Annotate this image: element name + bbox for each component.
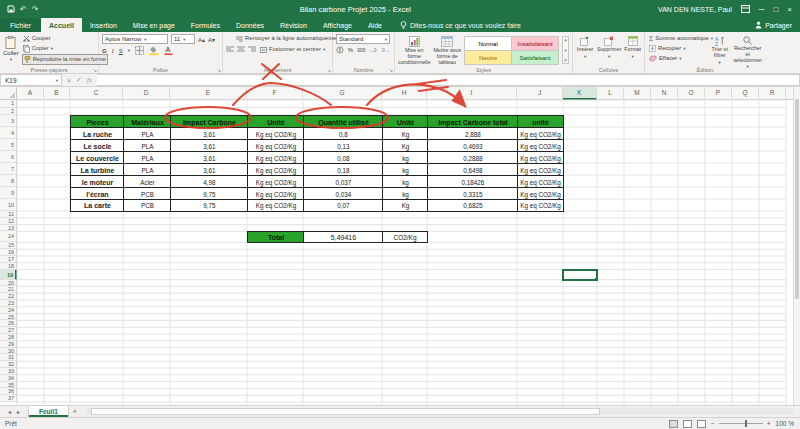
fill-button[interactable]: Recopier ▾	[648, 44, 706, 53]
alignment-dialog-launcher[interactable]: ↘	[327, 67, 331, 73]
cut-button[interactable]: Couper	[22, 34, 108, 43]
row-header-19[interactable]: 19	[0, 270, 17, 280]
wrap-text-button[interactable]: Renvoyer à la ligne automatiquement	[235, 34, 342, 43]
shrink-font-button[interactable]: A▾	[208, 36, 215, 43]
next-sheet-icon[interactable]: ▸	[17, 408, 20, 415]
row-header-24[interactable]: 24	[0, 307, 17, 314]
row-header-4[interactable]: 4	[0, 127, 17, 139]
name-box[interactable]: K19 ▾	[0, 74, 62, 86]
increase-decimal-icon[interactable]: ←0	[369, 47, 378, 54]
table-cell-r7c4[interactable]: Kg eq CO2/Kg	[247, 199, 304, 212]
format-as-table-button[interactable]: Mettre sous forme de tableau	[433, 34, 461, 65]
row-header-32[interactable]: 32	[0, 361, 17, 368]
ribbon-display-options-icon[interactable]	[741, 5, 750, 13]
font-size-combo[interactable]: 11 ▾	[171, 34, 195, 44]
undo-icon[interactable]: ↶	[20, 5, 27, 14]
active-cell-K19[interactable]	[562, 269, 598, 281]
tab-révision[interactable]: Révision	[272, 18, 315, 32]
row-header-6[interactable]: 6	[0, 151, 17, 163]
table-cell-r7c8[interactable]: Kg eq CO2/Kg	[517, 199, 564, 212]
formula-input[interactable]	[97, 74, 800, 86]
row-header-25[interactable]: 25	[0, 314, 17, 321]
number-dialog-launcher[interactable]: ↘	[389, 67, 393, 73]
decrease-decimal-icon[interactable]: 0→	[382, 47, 391, 54]
column-header-R[interactable]: R	[759, 87, 786, 100]
styles-gallery-scroll[interactable]: ▴▾≡	[562, 36, 569, 64]
conditional-formatting-button[interactable]: Mise en forme conditionnelle	[398, 34, 430, 65]
grow-font-button[interactable]: A▴	[198, 36, 205, 43]
underline-button[interactable]: S	[119, 48, 123, 54]
copy-button[interactable]: Copier ▾	[22, 44, 108, 53]
row-header-2[interactable]: 2	[0, 108, 17, 116]
insert-function-icon[interactable]: fx	[87, 76, 92, 84]
column-header-O[interactable]: O	[678, 87, 705, 100]
thousands-format-button[interactable]: 000	[357, 47, 365, 53]
format-painter-button[interactable]: Reproduire la mise en forme	[22, 54, 108, 65]
gallery-more-icon[interactable]: ≡	[564, 58, 567, 63]
select-all-corner[interactable]	[0, 87, 17, 100]
row-header-15[interactable]: 15	[0, 242, 17, 249]
normal-view-icon[interactable]	[669, 420, 678, 428]
column-header-D[interactable]: D	[123, 87, 170, 100]
fill-color-icon[interactable]	[149, 46, 159, 55]
table-cell-r7c7[interactable]: 0,6825	[427, 199, 518, 212]
row-header-31[interactable]: 31	[0, 354, 17, 361]
row-header-13[interactable]: 13	[0, 225, 17, 232]
row-header-12[interactable]: 12	[0, 218, 17, 225]
merge-center-button[interactable]: Fusionner et centrer ▾	[259, 45, 326, 54]
tab-insertion[interactable]: Insertion	[82, 18, 125, 32]
row-header-3[interactable]: 3	[0, 115, 17, 127]
table-cell-r7c6[interactable]: Kg	[382, 199, 428, 212]
column-header-F[interactable]: F	[247, 87, 303, 100]
delete-cells-button[interactable]: Supprimer ▾	[597, 34, 621, 60]
clear-button[interactable]: Effacer ▾	[648, 54, 706, 63]
table-cell-r7c1[interactable]: La carte	[70, 199, 124, 212]
sort-filter-button[interactable]: AZ Trier et filtrer ▾	[709, 34, 730, 65]
tab-données[interactable]: Données	[228, 18, 272, 32]
row-header-36[interactable]: 36	[0, 388, 17, 395]
tab-affichage[interactable]: Affichage	[315, 18, 360, 32]
horizontal-scrollbar[interactable]	[87, 408, 794, 415]
page-layout-view-icon[interactable]	[683, 420, 692, 428]
row-header-35[interactable]: 35	[0, 382, 17, 389]
column-header-G[interactable]: G	[303, 87, 382, 100]
row-header-5[interactable]: 5	[0, 139, 17, 151]
column-header-P[interactable]: P	[705, 87, 732, 100]
row-header-18[interactable]: 18	[0, 263, 17, 270]
column-header-L[interactable]: L	[597, 87, 624, 100]
tab-accueil[interactable]: Accueil	[41, 18, 82, 32]
bold-button[interactable]: G	[102, 48, 107, 54]
align-left-icon[interactable]	[226, 46, 234, 53]
total-label-cell[interactable]: Total	[247, 231, 304, 243]
redo-icon[interactable]: ↷	[32, 5, 39, 14]
font-color-icon[interactable]: A	[164, 46, 173, 55]
font-dialog-launcher[interactable]: ↘	[217, 67, 221, 73]
column-header-H[interactable]: H	[382, 87, 427, 100]
row-header-27[interactable]: 27	[0, 327, 17, 334]
row-header-23[interactable]: 23	[0, 300, 17, 307]
currency-format-icon[interactable]	[336, 46, 344, 54]
row-header-20[interactable]: 20	[0, 280, 17, 287]
close-button[interactable]: ×	[787, 5, 792, 14]
row-header-9[interactable]: 9	[0, 187, 17, 199]
column-header-N[interactable]: N	[651, 87, 678, 100]
row-header-37[interactable]: 37	[0, 395, 17, 402]
save-icon[interactable]	[7, 5, 15, 13]
row-header-29[interactable]: 29	[0, 341, 17, 348]
style-normal[interactable]: Normal	[465, 37, 511, 50]
vertical-scrollbar[interactable]	[793, 87, 800, 405]
percent-format-button[interactable]: %	[348, 47, 353, 53]
table-cell-r7c5[interactable]: 0,07	[303, 199, 383, 212]
cancel-entry-icon[interactable]: ×	[67, 77, 71, 84]
row-header-26[interactable]: 26	[0, 320, 17, 327]
column-header-M[interactable]: M	[624, 87, 651, 100]
row-header-33[interactable]: 33	[0, 368, 17, 375]
column-header-B[interactable]: B	[44, 87, 70, 100]
sheet-tab-feuil1[interactable]: Feuil1	[28, 406, 69, 417]
row-header-34[interactable]: 34	[0, 375, 17, 382]
borders-icon[interactable]	[135, 46, 144, 55]
column-header-A[interactable]: A	[17, 87, 44, 100]
column-header-C[interactable]: C	[70, 87, 123, 100]
row-header-17[interactable]: 17	[0, 256, 17, 263]
row-header-7[interactable]: 7	[0, 163, 17, 175]
